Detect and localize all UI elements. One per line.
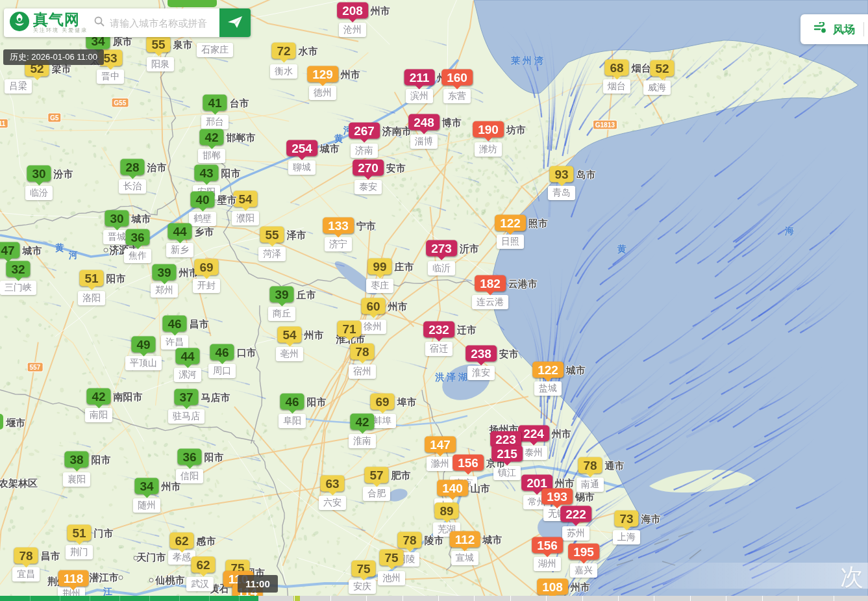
map-city-text: 照市 bbox=[528, 215, 548, 231]
site-logo[interactable]: 真气网 关注环境 关爱健康 bbox=[4, 11, 88, 34]
aqi-marker[interactable]: 122城市 bbox=[532, 362, 564, 378]
aqi-marker[interactable]: 71 bbox=[337, 321, 361, 337]
aqi-marker[interactable]: 232迁市 bbox=[423, 322, 454, 338]
aqi-marker[interactable]: 39丘市 bbox=[269, 287, 293, 303]
city-label: 合肥 bbox=[363, 487, 390, 501]
city-label: 上海 bbox=[613, 530, 640, 544]
aqi-marker[interactable]: 78通市 bbox=[578, 457, 602, 474]
aqi-marker[interactable]: 122照市 bbox=[495, 215, 526, 231]
aqi-marker[interactable]: 46口市 bbox=[210, 344, 234, 361]
aqi-marker[interactable]: 270安市 bbox=[353, 160, 384, 176]
aqi-marker[interactable]: 49 bbox=[131, 337, 155, 353]
aqi-marker[interactable]: 36阳市 bbox=[177, 449, 201, 465]
aqi-marker[interactable]: 51门市 bbox=[67, 525, 91, 541]
aqi-marker[interactable]: 46昌市 bbox=[162, 316, 186, 332]
aqi-marker[interactable]: 57肥市 bbox=[364, 467, 388, 483]
search-submit-button[interactable] bbox=[219, 8, 251, 37]
aqi-marker[interactable]: 267济南市 bbox=[349, 123, 380, 139]
aqi-marker[interactable]: 160 bbox=[441, 70, 473, 86]
aqi-marker[interactable]: 42邯郸市 bbox=[199, 129, 223, 146]
aqi-marker[interactable]: 211州市 bbox=[404, 70, 435, 86]
aqi-marker[interactable]: 129州市 bbox=[307, 66, 338, 83]
aqi-marker[interactable]: 133宁市 bbox=[323, 218, 354, 234]
search-input[interactable] bbox=[108, 17, 219, 29]
aqi-marker[interactable]: 108州市 bbox=[537, 579, 568, 595]
aqi-marker[interactable]: 62感市 bbox=[169, 533, 193, 549]
aqi-marker[interactable]: 78陵市 bbox=[397, 532, 421, 548]
aqi-marker[interactable]: 193锡市 bbox=[541, 489, 573, 505]
city-label: 周口 bbox=[208, 364, 236, 378]
aqi-marker[interactable]: 43阳市 bbox=[194, 165, 218, 181]
aqi-marker[interactable]: 182云港市 bbox=[475, 275, 506, 292]
aqi-marker[interactable]: 54州市 bbox=[277, 327, 301, 343]
aqi-marker[interactable]: 68烟台市 bbox=[604, 60, 628, 76]
aqi-value: 40 bbox=[195, 193, 209, 207]
aqi-marker[interactable]: 254城市 bbox=[286, 140, 317, 157]
aqi-marker[interactable]: 195 bbox=[568, 544, 599, 560]
map-city-text: 云港市 bbox=[508, 275, 538, 292]
city-label: 青岛 bbox=[548, 186, 575, 200]
aqi-marker[interactable]: 118 bbox=[58, 570, 89, 587]
aqi-marker[interactable]: 208州市 bbox=[337, 3, 368, 19]
aqi-marker[interactable]: 93岛市 bbox=[549, 166, 573, 183]
city-label: 宿迁 bbox=[425, 342, 453, 356]
aqi-marker[interactable]: 78 bbox=[350, 344, 374, 360]
aqi-marker-partial[interactable] bbox=[0, 414, 3, 429]
aqi-marker[interactable]: 190坊市 bbox=[473, 121, 504, 138]
timeline-scrubber[interactable] bbox=[0, 596, 868, 601]
aqi-marker[interactable]: 69埠市 bbox=[370, 394, 394, 410]
aqi-marker[interactable]: 69 bbox=[194, 259, 218, 275]
aqi-marker[interactable]: 42 bbox=[350, 414, 374, 430]
aqi-marker[interactable]: 44乡市 bbox=[167, 224, 192, 240]
aqi-marker[interactable]: 156 bbox=[532, 537, 563, 554]
aqi-marker[interactable]: 224州市 bbox=[518, 426, 549, 442]
aqi-marker[interactable]: 55泉市 bbox=[146, 36, 170, 53]
aqi-marker[interactable]: 112城市 bbox=[450, 531, 480, 548]
aqi-marker[interactable]: 30汾市 bbox=[27, 166, 51, 182]
aqi-marker[interactable]: 238安市 bbox=[465, 346, 497, 362]
aqi-marker[interactable]: 47城市 bbox=[0, 242, 20, 259]
aqi-marker[interactable]: 44 bbox=[175, 348, 199, 364]
aqi-marker[interactable]: 89 bbox=[434, 503, 458, 519]
timeline-tick bbox=[690, 596, 691, 601]
aqi-marker[interactable]: 156京市 bbox=[453, 455, 484, 471]
map-city-text: 仙桃市 bbox=[156, 574, 185, 587]
aqi-value: 224 bbox=[523, 427, 544, 441]
aqi-marker[interactable]: 54 bbox=[233, 191, 257, 207]
aqi-marker[interactable]: 37马店市 bbox=[174, 389, 198, 405]
aqi-value: 55 bbox=[265, 228, 279, 242]
map-city-text: 庄市 bbox=[395, 259, 414, 275]
aqi-marker[interactable]: 75 bbox=[379, 550, 403, 566]
aqi-marker[interactable]: 222 bbox=[560, 506, 591, 522]
aqi-marker[interactable]: 28治市 bbox=[120, 159, 144, 175]
aqi-marker-partial[interactable] bbox=[167, 0, 217, 7]
aqi-marker[interactable]: 36 bbox=[125, 229, 149, 246]
aqi-marker[interactable]: 147 bbox=[425, 437, 456, 453]
aqi-marker[interactable]: 60州市 bbox=[361, 298, 385, 314]
aqi-marker[interactable]: 140山市 bbox=[437, 480, 468, 496]
aqi-marker[interactable]: 52 bbox=[650, 60, 674, 77]
aqi-marker[interactable]: 78昌市 bbox=[14, 548, 38, 564]
aqi-marker[interactable]: 39州市 bbox=[152, 264, 176, 281]
aqi-marker[interactable]: 75 bbox=[351, 561, 375, 577]
aqi-marker[interactable]: 51阳市 bbox=[79, 270, 103, 287]
wind-field-button[interactable]: 风场 bbox=[800, 14, 868, 44]
aqi-marker[interactable]: 38阳市 bbox=[64, 452, 88, 468]
aqi-marker[interactable]: 32 bbox=[6, 261, 30, 277]
aqi-marker[interactable]: 273沂市 bbox=[426, 240, 457, 257]
aqi-marker[interactable]: 62 bbox=[191, 557, 215, 573]
aqi-marker[interactable]: 55泽市 bbox=[260, 227, 284, 243]
aqi-marker[interactable]: 34州市 bbox=[134, 478, 158, 494]
aqi-marker[interactable]: 215 bbox=[491, 446, 523, 462]
aqi-marker[interactable]: 40壁市 bbox=[190, 192, 214, 208]
aqi-marker[interactable]: 42南阳市 bbox=[86, 389, 110, 405]
aqi-marker[interactable]: 46阳市 bbox=[280, 394, 304, 410]
aqi-marker[interactable]: 30城市 bbox=[105, 211, 129, 227]
aqi-marker[interactable]: 99庄市 bbox=[367, 259, 391, 275]
aqi-value: 52 bbox=[655, 62, 669, 75]
aqi-marker[interactable]: 41台市 bbox=[203, 95, 227, 111]
aqi-marker[interactable]: 72水市 bbox=[271, 43, 295, 59]
aqi-marker[interactable]: 248博市 bbox=[408, 114, 440, 131]
aqi-marker[interactable]: 73海市 bbox=[614, 511, 638, 527]
aqi-marker[interactable]: 63 bbox=[320, 476, 344, 492]
